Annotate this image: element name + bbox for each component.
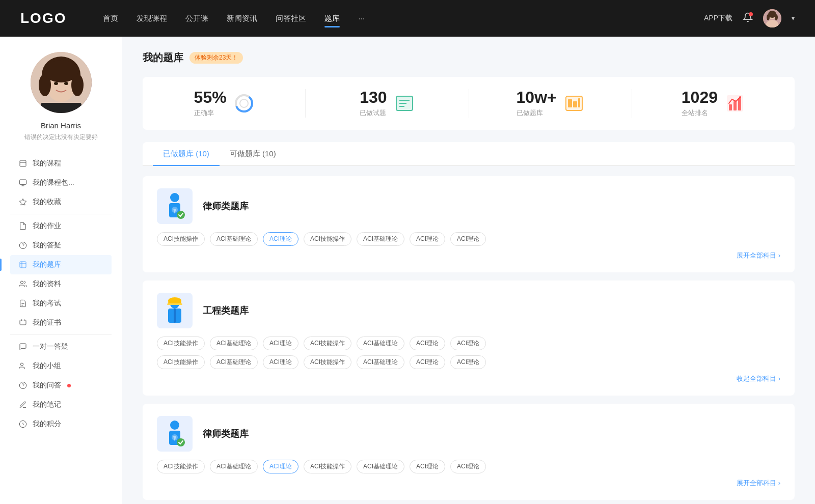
tag-1-r2-5[interactable]: ACI理论 [410, 355, 445, 369]
qbank-card-0: 律师类题库 ACI技能操作 ACI基础理论 ACI理论 ACI技能操作 ACI基… [143, 176, 795, 272]
tag-2-0[interactable]: ACI技能操作 [157, 460, 205, 473]
nav-qbank[interactable]: 题库 [324, 12, 340, 25]
tag-2-1[interactable]: ACI基础理论 [210, 460, 258, 473]
sidebar-item-favorites[interactable]: 我的收藏 [10, 192, 112, 212]
qbank-name-2: 律师类题库 [203, 428, 249, 440]
nav-news[interactable]: 新闻资讯 [227, 12, 257, 25]
tab-done[interactable]: 已做题库 (10) [153, 142, 220, 166]
qbank-icon-2 [157, 416, 193, 452]
myqa-icon [18, 381, 28, 390]
tag-0-2[interactable]: ACI理论 [263, 232, 298, 246]
points-icon [18, 419, 28, 429]
svg-point-64 [170, 421, 179, 430]
tag-0-3[interactable]: ACI技能操作 [304, 232, 351, 246]
app-download-link[interactable]: APP下载 [704, 14, 732, 23]
tag-1-r2-3[interactable]: ACI技能操作 [304, 355, 351, 369]
expand-btn-2[interactable]: 展开全部科目 › [737, 479, 780, 488]
sidebar-item-myqa[interactable]: 我的问答 [10, 376, 112, 395]
qbank-header-1: 工程类题库 [157, 293, 780, 328]
sidebar-item-profile[interactable]: 我的资料 [10, 274, 112, 294]
nav-qa[interactable]: 问答社区 [276, 12, 306, 25]
tag-2-2[interactable]: ACI理论 [263, 460, 298, 473]
avatar[interactable] [763, 9, 781, 27]
tag-1-r2-0[interactable]: ACI技能操作 [157, 355, 205, 369]
sidebar-item-coursepackage[interactable]: 我的课程包... [10, 173, 112, 192]
tag-1-r1-1[interactable]: ACI基础理论 [210, 337, 258, 350]
tag-0-1[interactable]: ACI基础理论 [210, 232, 258, 246]
tag-0-5[interactable]: ACI理论 [410, 232, 445, 246]
sidebar-item-homework[interactable]: 我的作业 [10, 216, 112, 236]
sidebar-item-1on1[interactable]: 一对一答疑 [10, 337, 112, 356]
tag-1-r1-4[interactable]: ACI基础理论 [357, 337, 404, 350]
qbank-tags-0: ACI技能操作 ACI基础理论 ACI理论 ACI技能操作 ACI基础理论 AC… [157, 232, 780, 246]
tag-1-r2-1[interactable]: ACI基础理论 [210, 355, 258, 369]
sidebar-item-qbank[interactable]: 我的题库 [10, 255, 112, 274]
tag-1-r1-2[interactable]: ACI理论 [263, 337, 298, 350]
done-banks-icon [564, 93, 584, 114]
nav-home[interactable]: 首页 [103, 12, 118, 25]
done-questions-icon [394, 93, 415, 114]
sidebar-item-qanda[interactable]: 我的答疑 [10, 236, 112, 255]
collapse-btn-1[interactable]: 收起全部科目 › [737, 374, 780, 383]
sidebar-item-notes[interactable]: 我的笔记 [10, 395, 112, 414]
stat-ranking-value: 1029 [682, 89, 718, 105]
qbank-footer-0: 展开全部科目 › [157, 251, 780, 260]
myqa-notification-dot [67, 384, 71, 387]
tag-0-0[interactable]: ACI技能操作 [157, 232, 205, 246]
sidebar-item-points[interactable]: 我的积分 [10, 414, 112, 434]
qbank-header-2: 律师类题库 [157, 416, 780, 452]
tag-1-r1-5[interactable]: ACI理论 [410, 337, 445, 350]
tag-2-3[interactable]: ACI技能操作 [304, 460, 351, 473]
tab-available[interactable]: 可做题库 (10) [220, 142, 286, 166]
svg-point-21 [19, 242, 26, 248]
tag-1-r2-2[interactable]: ACI理论 [263, 355, 298, 369]
svg-point-5 [775, 14, 778, 20]
stat-accuracy: 55% 正确率 [143, 89, 306, 118]
avatar-dropdown-arrow[interactable]: ▾ [792, 15, 795, 22]
sidebar-item-points-label: 我的积分 [33, 419, 61, 429]
tag-1-r2-4[interactable]: ACI基础理论 [357, 355, 404, 369]
svg-rect-17 [19, 180, 26, 184]
sidebar-item-group[interactable]: 我的小组 [10, 356, 112, 376]
nav-opencourse[interactable]: 公开课 [185, 12, 208, 25]
sidebar-divider-2 [10, 334, 112, 335]
sidebar-item-group-label: 我的小组 [33, 361, 61, 371]
tag-1-r1-6[interactable]: ACI理论 [450, 337, 486, 350]
svg-point-11 [44, 60, 78, 82]
stat-ranking: 1029 全站排名 [632, 89, 795, 118]
tag-1-r2-6[interactable]: ACI理论 [450, 355, 486, 369]
ranking-icon [725, 93, 745, 114]
sidebar-item-certificate[interactable]: 我的证书 [10, 313, 112, 332]
expand-btn-0[interactable]: 展开全部科目 › [737, 251, 780, 260]
nav-more[interactable]: ··· [358, 12, 365, 25]
svg-rect-48 [578, 98, 580, 107]
sidebar-item-course[interactable]: 我的课程 [10, 154, 112, 173]
exam-icon [18, 299, 28, 308]
nav-discover[interactable]: 发现课程 [137, 12, 167, 25]
tag-2-5[interactable]: ACI理论 [410, 460, 445, 473]
sidebar-item-myqa-label: 我的问答 [33, 381, 61, 390]
page-header: 我的题库 体验剩余23天！ [143, 51, 795, 65]
stat-done-questions-text: 130 已做试题 [360, 89, 387, 118]
svg-point-12 [54, 82, 58, 85]
svg-point-67 [177, 438, 185, 446]
svg-point-54 [170, 193, 179, 202]
notification-dot [749, 12, 753, 16]
tag-1-r1-0[interactable]: ACI技能操作 [157, 337, 205, 350]
sidebar-item-profile-label: 我的资料 [33, 279, 61, 289]
stat-done-banks: 10w+ 已做题库 [469, 89, 632, 118]
svg-point-53 [739, 96, 741, 98]
tag-0-6[interactable]: ACI理论 [450, 232, 486, 246]
nav-menu: 首页 发现课程 公开课 新闻资讯 问答社区 题库 ··· [103, 12, 688, 25]
tag-2-6[interactable]: ACI理论 [450, 460, 486, 473]
tag-2-4[interactable]: ACI基础理论 [357, 460, 404, 473]
notification-bell[interactable] [743, 12, 753, 25]
stat-accuracy-label: 正确率 [194, 108, 227, 118]
tag-1-r1-3[interactable]: ACI技能操作 [304, 337, 351, 350]
notes-icon [18, 400, 28, 409]
sidebar-item-exam[interactable]: 我的考试 [10, 294, 112, 313]
trial-badge: 体验剩余23天！ [189, 52, 243, 64]
accuracy-chart-icon [234, 93, 254, 114]
tag-0-4[interactable]: ACI基础理论 [357, 232, 404, 246]
qbank-list: 律师类题库 ACI技能操作 ACI基础理论 ACI理论 ACI技能操作 ACI基… [143, 176, 795, 504]
